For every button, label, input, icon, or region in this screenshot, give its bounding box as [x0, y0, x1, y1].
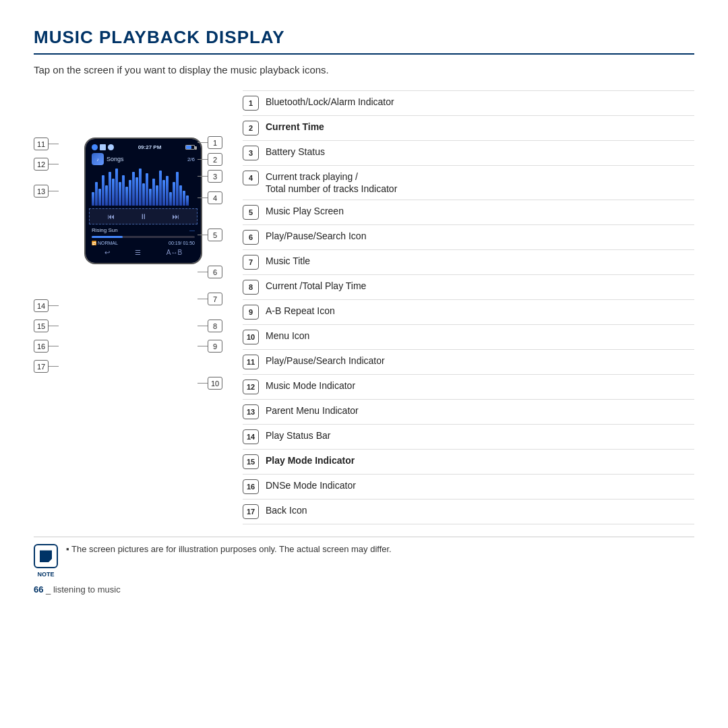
feature-num-16: 16 [243, 479, 259, 494]
feature-num-6: 6 [243, 230, 259, 245]
features-list: 1 Bluetooth/Lock/Alarm Indicator 2 Curre… [243, 90, 694, 524]
callout-6: 6 [198, 266, 222, 278]
callout-10: 10 [198, 377, 222, 390]
note-text: ▪ The screen pictures are for illustrati… [66, 544, 392, 554]
callout-13: 13 [34, 185, 59, 198]
controls-row: ⏮ ⏸ ⏭ [89, 208, 198, 224]
feature-label-7: Music Title [266, 255, 310, 267]
feature-9: 9 A-B Repeat Icon [243, 300, 694, 325]
callout-12: 12 [34, 158, 59, 171]
feature-label-16: DNSe Mode Indicator [266, 479, 356, 491]
feature-num-3: 3 [243, 146, 259, 160]
feature-num-14: 14 [243, 429, 259, 444]
pause-btn: ⏸ [140, 212, 147, 220]
play-time: 00:19/ 01:50 [169, 241, 195, 245]
feature-label-6: Play/Pause/Search Icon [266, 230, 366, 242]
feature-label-10: Menu Icon [266, 330, 309, 342]
feature-14: 14 Play Status Bar [243, 425, 694, 450]
feature-12: 12 Music Mode Indicator [243, 375, 694, 400]
feature-num-4: 4 [243, 171, 259, 185]
prev-btn: ⏮ [107, 212, 115, 220]
feature-num-13: 13 [243, 404, 259, 419]
feature-label-8: Current /Total Play Time [266, 280, 366, 292]
feature-label-17: Back Icon [266, 504, 307, 516]
feature-label-11: Play/Pause/Search Indicator [266, 355, 385, 367]
back-icon: ↩ [104, 249, 110, 256]
feature-1: 1 Bluetooth/Lock/Alarm Indicator [243, 90, 694, 116]
feature-num-15: 15 [243, 454, 259, 469]
feature-2: 2 Current Time [243, 116, 694, 141]
progress-area [89, 235, 198, 239]
callout-4: 4 [198, 191, 222, 204]
callout-14: 14 [34, 299, 59, 312]
feature-label-4: Current track playing /Total number of t… [266, 171, 397, 195]
screen-visualizer [89, 166, 198, 207]
feature-label-1: Bluetooth/Lock/Alarm Indicator [266, 96, 394, 108]
track-name: Rising Sun [92, 227, 118, 233]
feature-17: 17 Back Icon [243, 499, 694, 524]
callout-8: 8 [198, 320, 222, 332]
feature-label-15: Play Mode Indicator [266, 454, 355, 466]
feature-num-5: 5 [243, 205, 259, 220]
feature-num-12: 12 [243, 380, 259, 394]
feature-num-10: 10 [243, 330, 259, 344]
feature-16: 16 DNSe Mode Indicator [243, 475, 694, 499]
feature-num-7: 7 [243, 255, 259, 270]
menu-icon: ☰ [135, 249, 141, 256]
note-icon [34, 544, 58, 568]
screen-time: 09:27 PM [138, 144, 162, 150]
feature-num-11: 11 [243, 355, 259, 369]
feature-5: 5 Music Play Screen [243, 200, 694, 225]
track-counter: 2/6 [187, 156, 195, 162]
feature-label-9: A-B Repeat Icon [266, 305, 335, 317]
feature-label-13: Parent Menu Indicator [266, 404, 359, 417]
feature-11: 11 Play/Pause/Search Indicator [243, 350, 694, 375]
callout-5: 5 [198, 229, 222, 241]
feature-3: 3 Battery Status [243, 141, 694, 166]
feature-label-14: Play Status Bar [266, 429, 331, 442]
play-mode: 🔁 NORMAL [92, 241, 118, 245]
feature-label-3: Battery Status [266, 146, 325, 158]
page-title: MUSIC PLAYBACK DISPLAY [34, 27, 694, 55]
feature-7: 7 Music Title [243, 250, 694, 275]
note-area: NOTE ▪ The screen pictures are for illus… [34, 537, 694, 578]
feature-num-17: 17 [243, 504, 259, 519]
callout-16: 16 [34, 340, 59, 353]
callout-17: 17 [34, 360, 59, 373]
callout-11: 11 [34, 138, 59, 150]
feature-label-5: Music Play Screen [266, 205, 344, 217]
feature-13: 13 Parent Menu Indicator [243, 400, 694, 425]
callout-3: 3 [198, 170, 222, 183]
screen-app-title: Songs [107, 156, 124, 162]
feature-label-2: Current Time [266, 121, 324, 133]
page-subtitle: Tap on the screen if you want to display… [34, 64, 694, 75]
app-icon: ♪ [92, 153, 104, 165]
feature-15: 15 Play Mode Indicator [243, 450, 694, 475]
feature-num-8: 8 [243, 280, 259, 295]
feature-8: 8 Current /Total Play Time [243, 275, 694, 300]
note-label: NOTE [37, 571, 54, 578]
callout-9: 9 [198, 340, 222, 353]
callout-1: 1 [198, 136, 222, 149]
next-btn: ⏭ [172, 212, 179, 220]
feature-10: 10 Menu Icon [243, 325, 694, 350]
feature-num-1: 1 [243, 96, 259, 111]
feature-4: 4 Current track playing /Total number of… [243, 166, 694, 200]
feature-num-9: 9 [243, 305, 259, 320]
callout-2: 2 [198, 153, 222, 166]
footer: 66 _ listening to music [34, 584, 694, 595]
feature-6: 6 Play/Pause/Search Icon [243, 225, 694, 250]
ab-repeat-icon: A↔B [166, 249, 182, 256]
callout-15: 15 [34, 320, 59, 332]
feature-label-12: Music Mode Indicator [266, 380, 355, 392]
device-illustration: 11 12 13 14 15 [34, 97, 222, 524]
feature-num-2: 2 [243, 121, 259, 135]
callout-7: 7 [198, 293, 222, 305]
